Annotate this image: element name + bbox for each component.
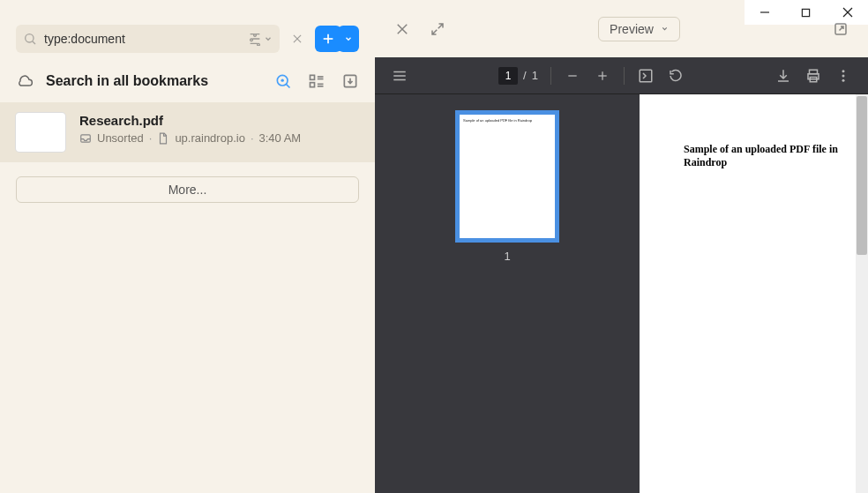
document-icon (157, 132, 169, 145)
preview-mode-label: Preview (610, 22, 654, 36)
svg-line-1 (33, 41, 35, 44)
zoom-out-button[interactable] (564, 67, 581, 85)
total-pages: 1 (532, 69, 538, 82)
thumbnail-page-number: 1 (504, 250, 510, 263)
svg-point-35 (842, 74, 845, 77)
chevron-down-icon (661, 25, 669, 33)
window-maximize-button[interactable] (787, 0, 826, 25)
open-external-icon[interactable] (833, 21, 849, 37)
search-input[interactable] (44, 32, 241, 46)
pdf-toolbar: 1 / 1 (375, 57, 868, 94)
window-minimize-button[interactable] (745, 0, 784, 25)
svg-rect-18 (803, 9, 810, 16)
chevron-down-icon (344, 34, 353, 43)
zoom-in-button[interactable] (594, 67, 611, 85)
download-icon[interactable] (341, 72, 359, 90)
item-title: Research.pdf (79, 113, 359, 128)
svg-rect-12 (311, 83, 315, 87)
window-controls (745, 0, 868, 25)
more-button[interactable]: More... (16, 176, 359, 203)
item-folder: Unsorted (97, 131, 144, 145)
close-icon (291, 33, 303, 45)
page-indicator: 1 / 1 (498, 67, 538, 85)
svg-point-34 (842, 70, 845, 72)
clear-search-button[interactable] (285, 25, 310, 53)
preview-mode-dropdown[interactable]: Preview (598, 17, 680, 41)
search-filter-toggle[interactable] (248, 32, 273, 46)
search-icon (23, 32, 37, 46)
sidebar-toggle-button[interactable] (391, 67, 408, 85)
inbox-icon (79, 132, 92, 145)
svg-rect-9 (311, 75, 315, 79)
rotate-button[interactable] (667, 67, 685, 85)
cloud-icon (16, 72, 34, 90)
pdf-page-view[interactable]: Sample of an uploaded PDF file in Raindr… (640, 94, 868, 493)
pdf-content-text: Sample of an uploaded PDF file in Raindr… (684, 143, 868, 169)
item-time: 3:40 AM (259, 131, 302, 145)
plus-icon (321, 32, 335, 46)
pdf-thumbnail[interactable]: Sample of an uploaded PDF file in Raindr… (455, 110, 559, 243)
fit-page-button[interactable] (637, 67, 655, 85)
view-options-icon[interactable] (308, 72, 326, 90)
current-page-input[interactable]: 1 (498, 67, 518, 85)
close-preview-button[interactable] (394, 21, 410, 37)
item-meta: Unsorted · up.raindrop.io · 3:40 AM (79, 131, 359, 145)
scrollbar-thumb[interactable] (857, 96, 867, 255)
download-pdf-button[interactable] (774, 67, 792, 85)
item-domain: up.raindrop.io (175, 131, 245, 145)
scrollbar[interactable] (856, 94, 868, 493)
pdf-thumbnail-strip: Sample of an uploaded PDF file in Raindr… (375, 94, 640, 493)
add-dropdown-button[interactable] (338, 26, 359, 52)
filtered-search-icon[interactable] (274, 72, 292, 90)
item-thumbnail (16, 113, 65, 152)
search-box[interactable] (16, 25, 280, 53)
svg-point-8 (281, 79, 284, 82)
svg-point-0 (26, 34, 34, 42)
svg-line-7 (286, 84, 289, 87)
page-title: Search in all bookmarks (46, 73, 208, 89)
svg-point-36 (842, 78, 845, 81)
list-item[interactable]: Research.pdf Unsorted · up.raindrop.io ·… (0, 102, 375, 162)
print-button[interactable] (804, 67, 822, 85)
expand-icon[interactable] (430, 21, 445, 37)
more-options-button[interactable] (834, 67, 852, 85)
